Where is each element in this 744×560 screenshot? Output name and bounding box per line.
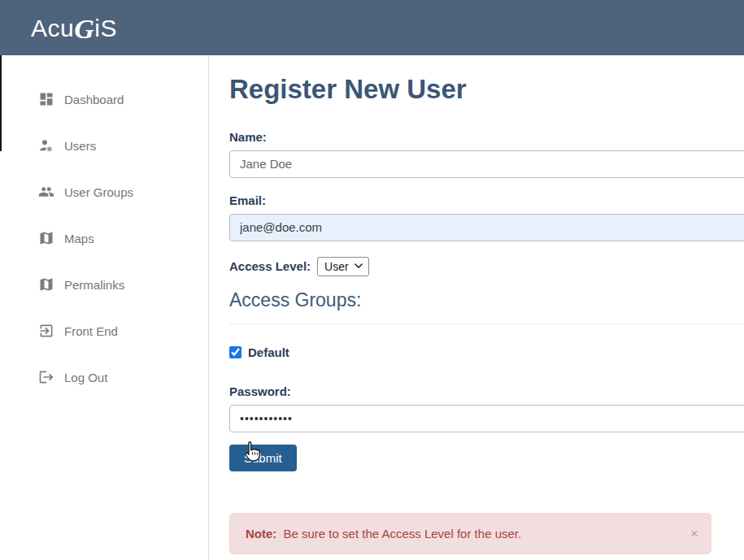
sidebar-item-front-end[interactable]: Front End [0, 321, 208, 341]
default-checkbox-label: Default [248, 345, 289, 359]
email-label: Email: [229, 193, 744, 207]
exit-to-app-icon [38, 323, 54, 339]
password-input[interactable] [229, 405, 744, 432]
sidebar-item-maps[interactable]: Maps [0, 228, 208, 248]
note-prefix: Note: [246, 527, 276, 540]
sidebar-item-label: User Groups [64, 185, 133, 199]
map-icon [38, 230, 54, 246]
sidebar-item-label: Front End [64, 324, 118, 338]
acugis-logo[interactable]: AcuGiS [31, 14, 117, 41]
sidebar-item-users[interactable]: Users [0, 136, 208, 155]
manage-accounts-icon [38, 137, 54, 154]
access-level-value: User [324, 260, 349, 273]
page-title: Register New User [229, 72, 744, 108]
group-icon [38, 184, 54, 200]
close-icon[interactable]: × [690, 527, 698, 540]
note-text: Be sure to set the Access Level for the … [284, 527, 522, 540]
logout-icon [38, 369, 54, 385]
map-icon [38, 276, 54, 293]
top-header: AcuGiS [0, 0, 744, 55]
main-content: Register New User Name: Email: Access Le… [209, 55, 744, 560]
sidebar-item-log-out[interactable]: Log Out [0, 367, 208, 387]
password-label: Password: [229, 384, 744, 398]
left-edge-artifact [0, 55, 2, 151]
access-level-select[interactable]: User [317, 257, 369, 276]
sidebar-item-label: Dashboard [64, 93, 124, 106]
default-checkbox[interactable] [229, 346, 241, 358]
name-label: Name: [229, 130, 744, 144]
email-input[interactable] [229, 214, 744, 241]
submit-button[interactable]: Submit [229, 445, 297, 471]
sidebar-item-permalinks[interactable]: Permalinks [0, 275, 208, 294]
sidebar-item-label: Log Out [64, 371, 107, 384]
sidebar-item-label: Maps [64, 232, 94, 245]
dashboard-icon [38, 91, 54, 107]
access-level-label: Access Level: [229, 259, 311, 273]
sidebar-item-label: Users [64, 139, 96, 153]
sidebar: Dashboard [0, 55, 209, 560]
chevron-down-icon [355, 263, 363, 269]
sidebar-item-dashboard[interactable]: Dashboard [0, 89, 208, 109]
sidebar-item-user-groups[interactable]: User Groups [0, 182, 208, 202]
access-groups-heading: Access Groups: [229, 289, 744, 324]
sidebar-item-label: Permalinks [64, 278, 124, 292]
note-alert: Note: Be sure to set the Access Level fo… [229, 513, 711, 554]
name-input[interactable] [229, 150, 744, 178]
